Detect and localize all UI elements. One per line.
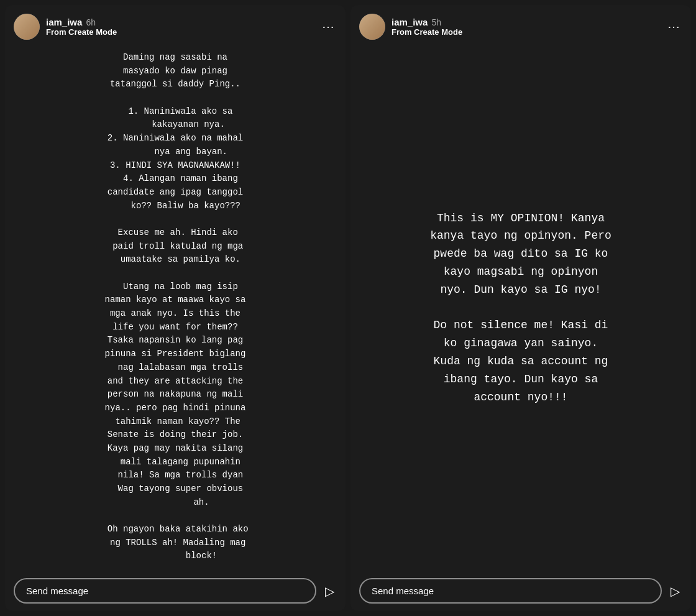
story-panel-1: iam_iwa 6h From Create Mode ⋯ Daming nag… (5, 5, 346, 611)
subtitle-2: From Create Mode (392, 27, 659, 37)
send-icon-2[interactable]: ▷ (668, 581, 682, 601)
story-panel-2: iam_iwa 5h From Create Mode ⋯ This is MY… (350, 5, 691, 611)
story-text-2: This is MY OPINION! Kanya kanya tayo ng … (430, 209, 611, 407)
story-header-1: iam_iwa 6h From Create Mode ⋯ (5, 5, 346, 45)
story-content-1: Daming nag sasabi na masyado ko daw pina… (5, 45, 346, 571)
story-content-2: This is MY OPINION! Kanya kanya tayo ng … (350, 45, 691, 571)
send-message-button-2[interactable]: Send message (359, 578, 662, 604)
story-footer-2: Send message ▷ (350, 571, 691, 611)
subtitle-1: From Create Mode (46, 27, 313, 37)
send-message-button-1[interactable]: Send message (14, 578, 316, 604)
username-row-2: iam_iwa 5h (392, 17, 659, 27)
username-row-1: iam_iwa 6h (46, 17, 313, 27)
time-ago-2: 5h (431, 17, 441, 27)
more-button-1[interactable]: ⋯ (319, 18, 337, 35)
avatar-1 (14, 14, 40, 40)
more-button-2[interactable]: ⋯ (665, 18, 682, 35)
story-footer-1: Send message ▷ (5, 571, 346, 611)
username-2: iam_iwa (392, 17, 428, 27)
username-1: iam_iwa (46, 17, 82, 27)
header-info-1: iam_iwa 6h From Create Mode (46, 17, 313, 37)
avatar-2 (359, 14, 385, 40)
story-header-2: iam_iwa 5h From Create Mode ⋯ (350, 5, 691, 45)
story-text-1: Daming nag sasabi na masyado ko daw pina… (16, 51, 334, 563)
header-info-2: iam_iwa 5h From Create Mode (392, 17, 659, 37)
time-ago-1: 6h (86, 17, 96, 27)
send-icon-1[interactable]: ▷ (323, 581, 337, 601)
